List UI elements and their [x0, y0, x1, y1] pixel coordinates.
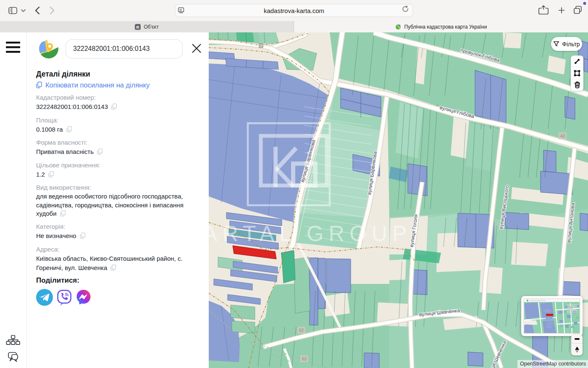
- svg-text:62: 62: [299, 328, 304, 333]
- svg-text:63: 63: [302, 357, 307, 361]
- svg-text:KVARTAL GROUP: KVARTAL GROUP: [209, 221, 412, 246]
- svg-text:R: R: [136, 24, 139, 29]
- svg-text:kadastrova-karta.com: kadastrova-karta.com: [264, 7, 324, 14]
- svg-text:43: 43: [560, 134, 565, 138]
